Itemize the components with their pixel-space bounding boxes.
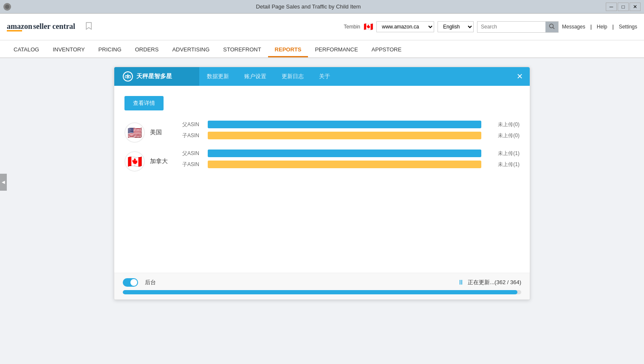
plugin-body: 查看详情 🇺🇸 美国 父ASIN 未上传(0) (114, 86, 530, 273)
page-content: 天秤星智多星 数据更新 账户设置 更新日志 关于 ✕ 查看详情 🇺🇸 美国 (0, 58, 644, 364)
nav-right: Tembin 🇨🇦 www.amazon.ca www.amazon.com E… (344, 21, 637, 33)
canada-parent-status: 未上传(1) (486, 150, 520, 157)
usa-parent-status: 未上传(0) (486, 121, 520, 128)
nav-advertising[interactable]: ADVERTISING (165, 43, 216, 57)
country-section-usa: 🇺🇸 美国 父ASIN 未上传(0) 子ASIN (124, 121, 520, 143)
app-icon (3, 3, 11, 11)
plugin-footer: 后台 ⏸ 正在更新...(362 / 364) (114, 273, 530, 299)
usa-child-progress (208, 132, 481, 139)
footer-status: ⏸ 正在更新...(362 / 364) (458, 279, 521, 286)
canada-parent-progress (208, 150, 481, 157)
canada-name: 加拿大 (150, 158, 175, 165)
language-select[interactable]: English Français (438, 21, 474, 32)
svg-point-0 (5, 5, 9, 9)
country-section-canada: 🇨🇦 加拿大 父ASIN 未上传(1) 子ASIN (124, 150, 520, 172)
window-title: Detail Page Sales and Traffic by Child I… (11, 3, 606, 10)
usa-parent-progress (208, 121, 481, 128)
nav-performance[interactable]: PERFORMANCE (308, 43, 364, 57)
view-details-button[interactable]: 查看详情 (124, 96, 164, 110)
plugin-tabs: 数据更新 账户设置 更新日志 关于 (199, 73, 514, 80)
plugin-window: 天秤星智多星 数据更新 账户设置 更新日志 关于 ✕ 查看详情 🇺🇸 美国 (114, 67, 530, 300)
plugin-brand-name: 天秤星智多星 (136, 73, 172, 80)
account-name: Tembin (344, 24, 360, 30)
plugin-tab-about[interactable]: 关于 (316, 73, 333, 80)
usa-parent-asin-label: 父ASIN (182, 121, 203, 128)
minimize-button[interactable]: ─ (606, 3, 617, 11)
search-box (477, 21, 559, 33)
toggle-knob (130, 279, 137, 286)
plugin-close-button[interactable]: ✕ (514, 71, 525, 82)
plugin-brand-icon (123, 71, 133, 82)
footer-top: 后台 ⏸ 正在更新...(362 / 364) (123, 278, 521, 287)
logo-amazon: amazon (7, 22, 32, 31)
usa-child-status: 未上传(0) (486, 132, 520, 139)
title-bar: Detail Page Sales and Traffic by Child I… (0, 0, 644, 14)
search-input[interactable] (477, 22, 545, 31)
search-button[interactable] (545, 22, 558, 32)
canada-asin-rows: 父ASIN 未上传(1) 子ASIN 未上传(1) (182, 150, 520, 168)
window-controls: ─ □ ✕ (606, 3, 641, 11)
usa-child-asin-row: 子ASIN 未上传(0) (182, 132, 520, 139)
canada-parent-asin-label: 父ASIN (182, 150, 203, 157)
nav-orders[interactable]: ORDERS (128, 43, 166, 57)
nav-links: Messages | Help | Settings (562, 24, 637, 30)
svg-line-2 (553, 27, 555, 29)
logo: amazon seller central (7, 22, 75, 31)
maximize-button[interactable]: □ (618, 3, 629, 11)
usa-flag: 🇺🇸 (124, 122, 145, 143)
nav-storefront[interactable]: STOREFRONT (216, 43, 268, 57)
messages-link[interactable]: Messages (562, 24, 585, 30)
usa-asin-rows: 父ASIN 未上传(0) 子ASIN 未上传(0) (182, 121, 520, 139)
settings-link[interactable]: Settings (619, 24, 637, 30)
canada-flag-icon: 🇨🇦 (364, 22, 373, 31)
nav-appstore[interactable]: APPSTORE (365, 43, 409, 57)
main-nav-items: CATALOG INVENTORY PRICING ORDERS ADVERTI… (7, 40, 637, 57)
footer-progress-track (123, 290, 521, 294)
plugin-tab-account[interactable]: 账户设置 (241, 73, 270, 80)
help-link[interactable]: Help (597, 24, 607, 30)
plugin-tab-data-update[interactable]: 数据更新 (203, 73, 232, 80)
footer-progress-bar (123, 290, 517, 294)
svg-point-1 (550, 24, 554, 28)
canada-child-progress (208, 161, 481, 168)
canada-child-asin-label: 子ASIN (182, 161, 203, 168)
svg-point-5 (125, 76, 127, 78)
usa-name: 美国 (150, 129, 175, 136)
usa-child-asin-label: 子ASIN (182, 132, 203, 139)
plugin-brand: 天秤星智多星 (114, 67, 199, 86)
nav-catalog[interactable]: CATALOG (7, 43, 46, 57)
usa-parent-asin-row: 父ASIN 未上传(0) (182, 121, 520, 128)
nav-pricing[interactable]: PRICING (92, 43, 128, 57)
canada-parent-asin-row: 父ASIN 未上传(1) (182, 150, 520, 157)
pause-icon[interactable]: ⏸ (458, 279, 464, 286)
logo-sc: seller central (33, 22, 75, 31)
plugin-header: 天秤星智多星 数据更新 账户设置 更新日志 关于 ✕ (114, 67, 530, 86)
canada-child-status: 未上传(1) (486, 161, 520, 168)
footer-label: 后台 (145, 279, 156, 286)
background-toggle[interactable] (123, 278, 138, 287)
update-status-text: 正在更新...(362 / 364) (468, 279, 521, 286)
marketplace-select[interactable]: www.amazon.ca www.amazon.com (376, 21, 434, 32)
top-nav: amazon seller central Tembin 🇨🇦 www.amaz… (0, 14, 644, 40)
canada-flag: 🇨🇦 (124, 151, 145, 172)
nav-reports[interactable]: REPORTS (268, 43, 308, 57)
svg-point-6 (129, 76, 131, 78)
main-nav: CATALOG INVENTORY PRICING ORDERS ADVERTI… (0, 40, 644, 58)
bookmark-icon[interactable] (85, 22, 92, 31)
plugin-tab-changelog[interactable]: 更新日志 (278, 73, 307, 80)
left-scroll-arrow[interactable]: ◀ (0, 174, 7, 191)
nav-inventory[interactable]: INVENTORY (46, 43, 91, 57)
canada-child-asin-row: 子ASIN 未上传(1) (182, 161, 520, 168)
close-button[interactable]: ✕ (630, 3, 641, 11)
